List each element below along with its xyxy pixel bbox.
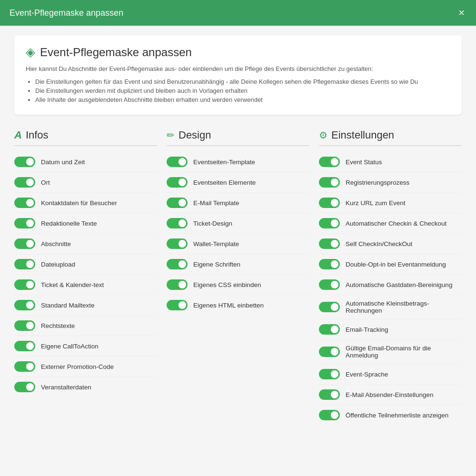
toggle-label-design-0: Eventseiten-Template xyxy=(193,159,255,166)
toggle-infos-9[interactable] xyxy=(14,341,35,351)
toggle-einstellungen-11[interactable] xyxy=(319,389,340,400)
toggle-track xyxy=(319,347,340,357)
toggle-design-4[interactable] xyxy=(167,238,188,249)
toggle-label-einstellungen-3: Automatischer Checkin & Checkout xyxy=(346,220,446,227)
toggle-einstellungen-3[interactable] xyxy=(319,218,340,228)
toggle-item-einstellungen-12: Öffentliche Teilnehmerliste anzeigen xyxy=(319,405,462,425)
toggle-einstellungen-4[interactable] xyxy=(319,238,340,249)
toggle-design-0[interactable] xyxy=(167,157,188,167)
toggle-track xyxy=(167,238,188,249)
toggle-label-einstellungen-10: Event-Sprache xyxy=(346,371,388,378)
close-button[interactable]: × xyxy=(456,8,466,18)
toggle-item-infos-5: Dateiupload xyxy=(14,254,157,275)
toggle-item-einstellungen-6: Automatische Gastdaten-Bereinigung xyxy=(319,275,462,295)
toggle-track xyxy=(14,341,35,351)
toggle-label-design-1: Eventseiten Elemente xyxy=(193,179,256,186)
toggle-design-1[interactable] xyxy=(167,177,188,188)
toggle-item-einstellungen-7: Automatische Kleinstbetrags-Rechnungen xyxy=(319,295,462,319)
toggle-infos-4[interactable] xyxy=(14,238,35,249)
toggle-thumb xyxy=(26,158,34,166)
toggle-label-infos-5: Dateiupload xyxy=(41,261,75,268)
toggle-einstellungen-2[interactable] xyxy=(319,198,340,208)
toggle-item-design-7: Eigenes HTML einbetten xyxy=(167,295,309,315)
toggle-item-einstellungen-11: E-Mail Absender-Einstellungen xyxy=(319,385,462,405)
toggle-infos-8[interactable] xyxy=(14,320,35,331)
toggle-infos-1[interactable] xyxy=(14,177,35,188)
toggle-design-3[interactable] xyxy=(167,218,188,228)
toggle-thumb xyxy=(26,260,34,268)
toggle-thumb xyxy=(331,326,338,333)
toggle-thumb xyxy=(26,301,34,309)
toggle-thumb xyxy=(178,178,186,186)
toggle-track xyxy=(319,157,340,167)
toggle-label-einstellungen-4: Self CheckIn/CheckOut xyxy=(346,240,412,248)
toggle-track xyxy=(14,218,35,228)
toggle-design-2[interactable] xyxy=(167,198,188,208)
toggle-item-infos-9: Eigene CallToAction xyxy=(14,336,157,357)
toggle-infos-6[interactable] xyxy=(14,279,35,290)
toggle-track xyxy=(167,259,188,269)
toggle-label-einstellungen-6: Automatische Gastdaten-Bereinigung xyxy=(346,281,452,288)
toggle-track xyxy=(319,238,340,249)
toggle-label-einstellungen-8: Email-Tracking xyxy=(346,326,388,333)
toggle-label-einstellungen-0: Event Status xyxy=(346,159,382,166)
toggle-design-7[interactable] xyxy=(167,300,188,310)
toggle-item-infos-1: Ort xyxy=(14,172,157,193)
toggle-einstellungen-9[interactable] xyxy=(319,347,340,357)
toggle-einstellungen-6[interactable] xyxy=(319,279,340,290)
toggle-item-infos-6: Ticket & Kalender-text xyxy=(14,275,157,295)
toggle-label-design-2: E-Mail Template xyxy=(193,199,239,207)
infos-icon: A xyxy=(14,129,22,141)
toggle-infos-3[interactable] xyxy=(14,218,35,228)
toggle-track xyxy=(319,259,340,269)
toggle-label-einstellungen-9: Gültige Email-Domains für die Anmeldung xyxy=(346,345,462,359)
toggle-thumb xyxy=(331,199,338,207)
toggle-einstellungen-1[interactable] xyxy=(319,177,340,188)
toggle-track xyxy=(14,238,35,249)
toggle-item-einstellungen-0: Event Status xyxy=(319,152,462,172)
design-icon: ✏ xyxy=(167,129,175,141)
toggle-track xyxy=(14,198,35,208)
toggle-item-infos-11: Veranstalterdaten xyxy=(14,377,157,397)
toggle-infos-0[interactable] xyxy=(14,157,35,167)
toggle-label-infos-2: Kontaktdaten für Besucher xyxy=(41,199,117,207)
toggle-infos-5[interactable] xyxy=(14,259,35,269)
toggle-design-6[interactable] xyxy=(167,279,188,290)
toggle-infos-7[interactable] xyxy=(14,300,35,310)
toggle-track xyxy=(167,177,188,188)
toggle-item-design-2: E-Mail Template xyxy=(167,193,309,213)
toggle-thumb xyxy=(331,158,338,166)
toggle-thumb xyxy=(26,219,34,227)
toggle-label-einstellungen-5: Double-Opt-in bei Eventanmeldung xyxy=(346,261,446,268)
toggle-thumb xyxy=(178,281,186,288)
toggle-label-infos-0: Datum und Zeit xyxy=(41,159,85,166)
toggle-thumb xyxy=(331,219,338,227)
toggle-design-5[interactable] xyxy=(167,259,188,269)
toggle-track xyxy=(167,279,188,290)
toggle-label-infos-7: Standard Mailtexte xyxy=(41,302,95,309)
modal: Event-Pflegemaske anpassen × ◈ Event-Pfl… xyxy=(0,0,476,476)
toggle-label-infos-4: Abschnitte xyxy=(41,240,71,248)
toggle-thumb xyxy=(26,281,34,288)
toggle-einstellungen-10[interactable] xyxy=(319,369,340,379)
toggle-item-infos-2: Kontaktdaten für Besucher xyxy=(14,193,157,213)
toggle-label-infos-8: Rechtstexte xyxy=(41,322,75,329)
toggle-einstellungen-12[interactable] xyxy=(319,410,340,420)
toggle-infos-11[interactable] xyxy=(14,382,35,392)
toggle-label-infos-10: Externer Promotion-Code xyxy=(41,363,114,370)
toggle-label-design-7: Eigenes HTML einbetten xyxy=(193,302,264,309)
toggle-item-einstellungen-9: Gültige Email-Domains für die Anmeldung xyxy=(319,340,462,364)
toggle-infos-2[interactable] xyxy=(14,198,35,208)
toggle-thumb xyxy=(331,411,338,419)
toggle-track xyxy=(14,279,35,290)
toggle-einstellungen-8[interactable] xyxy=(319,324,340,335)
toggle-einstellungen-0[interactable] xyxy=(319,157,340,167)
toggle-track xyxy=(319,389,340,400)
toggle-einstellungen-5[interactable] xyxy=(319,259,340,269)
toggle-item-design-5: Eigene Schriften xyxy=(167,254,309,275)
bullet-2: Die Einstellungen werden mit dupliziert … xyxy=(35,87,450,94)
toggle-thumb xyxy=(178,199,186,207)
toggle-thumb xyxy=(26,199,34,207)
toggle-infos-10[interactable] xyxy=(14,361,35,372)
toggle-einstellungen-7[interactable] xyxy=(319,302,340,312)
